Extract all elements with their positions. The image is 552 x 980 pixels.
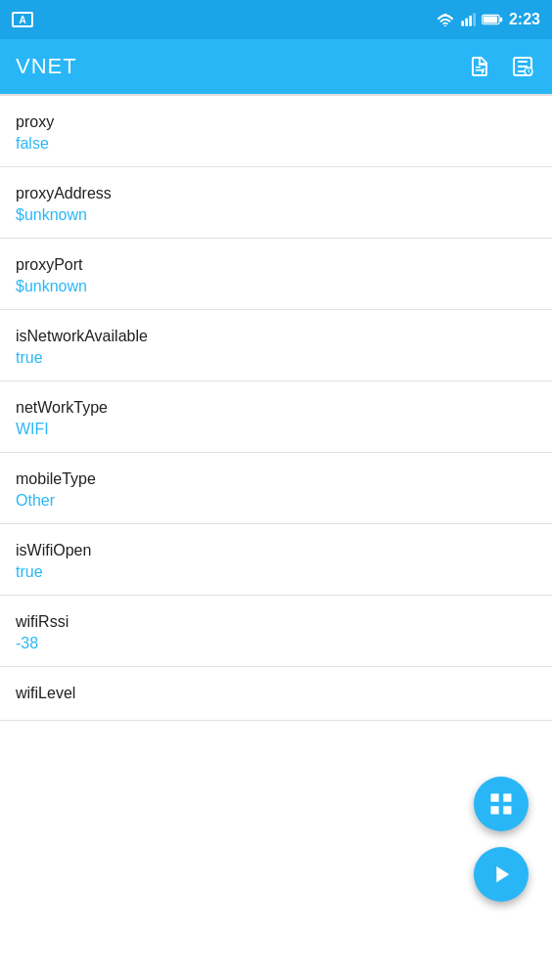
toolbar-actions xyxy=(466,53,536,80)
fab-container xyxy=(474,777,529,902)
value-proxy: false xyxy=(16,135,536,153)
app-title: VNET xyxy=(16,54,77,79)
svg-rect-6 xyxy=(483,16,497,22)
svg-rect-3 xyxy=(469,16,472,26)
list-item-proxyAddress[interactable]: proxyAddress$unknown xyxy=(0,167,552,239)
play-fab[interactable] xyxy=(474,847,529,902)
value-netWorkType: WIFI xyxy=(16,421,536,438)
svg-rect-4 xyxy=(473,13,476,25)
value-isNetworkAvailable: true xyxy=(16,349,536,367)
status-bar-right: 2:23 xyxy=(437,11,540,28)
label-proxyAddress: proxyAddress xyxy=(16,185,536,202)
list-item-isWifiOpen[interactable]: isWifiOpentrue xyxy=(0,524,552,596)
battery-icon xyxy=(482,13,503,26)
svg-rect-2 xyxy=(465,19,468,26)
label-wifiRssi: wifiRssi xyxy=(16,613,536,631)
app-icon: A xyxy=(12,12,33,27)
label-isWifiOpen: isWifiOpen xyxy=(16,542,536,559)
svg-rect-1 xyxy=(461,21,464,25)
label-netWorkType: netWorkType xyxy=(16,399,536,417)
svg-point-0 xyxy=(444,25,446,26)
history-icon[interactable] xyxy=(509,53,536,80)
label-proxy: proxy xyxy=(16,113,536,131)
toolbar: VNET xyxy=(0,39,552,94)
status-bar-left: A xyxy=(12,12,33,27)
list-item-proxy[interactable]: proxyfalse xyxy=(0,96,552,167)
label-wifiLevel: wifiLevel xyxy=(16,685,536,702)
value-proxyPort: $unknown xyxy=(16,278,536,295)
list-item-proxyPort[interactable]: proxyPort$unknown xyxy=(0,239,552,310)
export-icon[interactable] xyxy=(466,53,493,80)
value-isWifiOpen: true xyxy=(16,563,536,581)
signal-icon xyxy=(460,12,476,27)
value-mobileType: Other xyxy=(16,492,536,510)
content-list: proxyfalseproxyAddress$unknownproxyPort$… xyxy=(0,96,552,721)
value-proxyAddress: $unknown xyxy=(16,206,536,224)
list-item-wifiLevel[interactable]: wifiLevel xyxy=(0,667,552,721)
status-bar: A 2:23 xyxy=(0,0,552,39)
label-isNetworkAvailable: isNetworkAvailable xyxy=(16,328,536,345)
label-mobileType: mobileType xyxy=(16,470,536,488)
value-wifiRssi: -38 xyxy=(16,635,536,652)
list-item-netWorkType[interactable]: netWorkTypeWIFI xyxy=(0,381,552,453)
list-item-mobileType[interactable]: mobileTypeOther xyxy=(0,453,552,524)
label-proxyPort: proxyPort xyxy=(16,256,536,274)
list-item-isNetworkAvailable[interactable]: isNetworkAvailabletrue xyxy=(0,310,552,381)
list-item-wifiRssi[interactable]: wifiRssi-38 xyxy=(0,596,552,667)
status-time: 2:23 xyxy=(509,11,540,28)
wifi-icon xyxy=(437,13,454,26)
grid-fab[interactable] xyxy=(474,777,529,831)
svg-rect-7 xyxy=(500,18,502,22)
